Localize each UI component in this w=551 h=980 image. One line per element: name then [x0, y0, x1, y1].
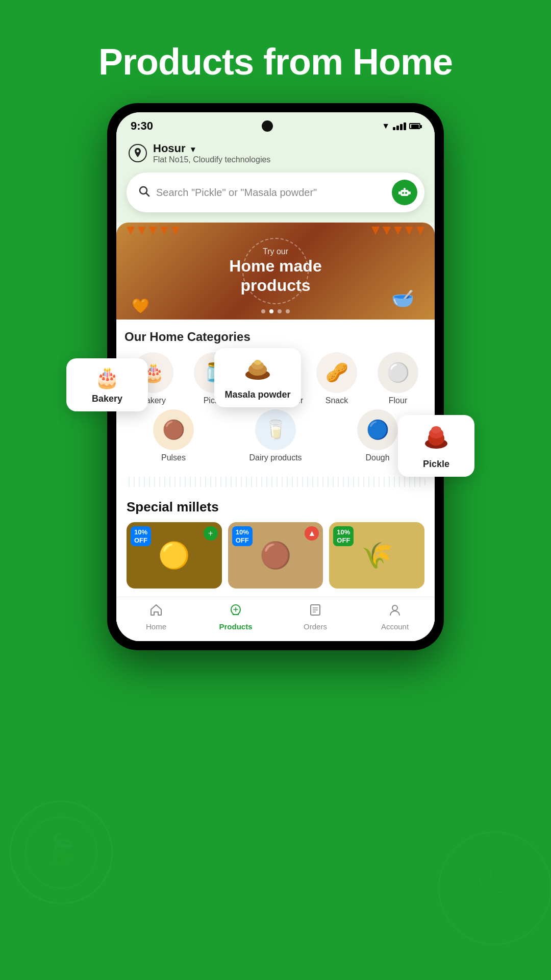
nav-label-orders: Orders — [304, 622, 327, 631]
nav-label-products: Products — [219, 622, 252, 631]
svg-rect-12 — [409, 191, 411, 194]
search-icon — [138, 185, 150, 200]
page-title: Products from Home — [20, 41, 531, 83]
millets-section: Special millets 🟡 10%OFF + 🟤 10%OFF ▲ — [116, 491, 435, 597]
category-item-pulses[interactable]: 🟤 Pulses — [145, 409, 202, 462]
banner-flags — [116, 227, 435, 235]
svg-text:🌿: 🌿 — [473, 863, 518, 905]
banner-inner: Try our Home madeproducts 🥣 🧡 — [116, 223, 435, 320]
svg-point-0 — [10, 801, 112, 903]
wifi-icon: ▼ — [382, 121, 390, 131]
float-pickle-img — [421, 422, 452, 455]
ai-bot-button[interactable] — [392, 180, 417, 205]
search-input[interactable]: Search "Pickle" or "Masala powder" — [156, 187, 392, 199]
millets-title: Special millets — [127, 499, 424, 515]
category-label-dairy: Dairy products — [249, 453, 302, 462]
category-item-snack[interactable]: 🥜 Snack — [309, 352, 365, 405]
float-card-pickle[interactable]: Pickle — [398, 415, 474, 477]
float-bakery-label: Bakery — [92, 394, 122, 404]
banner-text: Try our Home madeproducts — [229, 247, 321, 296]
svg-text:🍃: 🍃 — [42, 831, 81, 868]
category-item-flour[interactable]: ⚪ Flour — [370, 352, 426, 405]
millet-card-1[interactable]: 🟡 10%OFF + — [127, 522, 222, 589]
category-label-pulses: Pulses — [161, 453, 186, 462]
nav-label-account: Account — [381, 622, 409, 631]
nav-item-orders[interactable]: Orders — [295, 603, 336, 631]
svg-point-3 — [439, 832, 551, 944]
float-card-masala[interactable]: Masala powder — [214, 348, 301, 407]
category-label-dough: Dough — [365, 453, 389, 462]
svg-point-24 — [254, 360, 261, 365]
category-img-snack: 🥜 — [316, 352, 357, 393]
orders-icon — [309, 603, 322, 620]
phone-frame: 9:30 ▼ — [107, 103, 444, 650]
nav-item-home[interactable]: Home — [136, 603, 177, 631]
category-img-flour: ⚪ — [378, 352, 418, 393]
status-icons: ▼ — [382, 121, 420, 131]
svg-rect-11 — [398, 191, 400, 194]
float-bakery-img: 🎂 — [94, 365, 120, 389]
banner-dot-active — [269, 309, 273, 313]
float-card-bakery[interactable]: 🎂 Bakery — [66, 358, 148, 411]
millet-badge-3: 10%OFF — [333, 526, 354, 546]
page-header: Products from Home — [0, 0, 551, 103]
banner-dots — [261, 309, 290, 313]
bottom-nav: Home Products — [116, 597, 435, 641]
banner-dot — [278, 309, 282, 313]
home-icon — [149, 603, 163, 620]
location-text: Hosur ▾ Flat No15, Cloudify technologies — [153, 142, 270, 164]
nav-item-products[interactable]: Products — [215, 603, 256, 631]
signal-icon — [393, 122, 406, 130]
camera-notch — [262, 120, 273, 132]
nav-item-account[interactable]: Account — [374, 603, 415, 631]
status-time: 9:30 — [131, 119, 153, 133]
search-bar[interactable]: Search "Pickle" or "Masala powder" — [127, 173, 424, 212]
svg-rect-7 — [400, 190, 409, 196]
category-label-snack: Snack — [325, 396, 348, 405]
banner-dot — [261, 309, 265, 313]
location-bar[interactable]: Hosur ▾ Flat No15, Cloudify technologies — [116, 137, 435, 173]
svg-point-1 — [26, 817, 97, 888]
nav-label-home: Home — [146, 622, 166, 631]
products-icon — [229, 603, 242, 620]
category-img-pulses: 🟤 — [153, 409, 194, 450]
battery-icon — [409, 123, 420, 129]
phone-wrapper: 9:30 ▼ — [0, 103, 551, 650]
app-content: Try our Home madeproducts 🥣 🧡 — [116, 223, 435, 641]
banner-main-text: Home madeproducts — [229, 256, 321, 296]
millet-badge-1: 10%OFF — [131, 526, 151, 546]
millet-badge-2: 10%OFF — [232, 526, 253, 546]
millet-card-2[interactable]: 🟤 10%OFF ▲ — [228, 522, 323, 589]
banner-try-text: Try our — [229, 247, 321, 256]
float-pickle-label: Pickle — [423, 459, 449, 470]
category-item-dairy[interactable]: 🥛 Dairy products — [247, 409, 304, 462]
svg-rect-10 — [404, 188, 406, 190]
svg-line-6 — [146, 193, 149, 197]
banner-section: Try our Home madeproducts 🥣 🧡 — [116, 223, 435, 320]
float-masala-img — [242, 355, 273, 385]
location-address: Flat No15, Cloudify technologies — [153, 155, 270, 164]
category-item-dough[interactable]: 🔵 Dough — [349, 409, 406, 462]
svg-point-28 — [431, 426, 441, 433]
location-icon — [129, 144, 147, 162]
categories-title: Our Home Categories — [124, 330, 427, 344]
account-icon — [388, 603, 402, 620]
search-section: Search "Pickle" or "Masala powder" — [116, 173, 435, 223]
status-bar: 9:30 ▼ — [116, 112, 435, 137]
chevron-down-icon: ▾ — [191, 145, 195, 154]
svg-point-20 — [392, 605, 397, 610]
millet-card-3[interactable]: 🌾 10%OFF — [329, 522, 424, 589]
category-img-dough: 🔵 — [357, 409, 398, 450]
millets-grid: 🟡 10%OFF + 🟤 10%OFF ▲ 🌾 1 — [127, 522, 424, 589]
banner-dot — [286, 309, 290, 313]
millet-add-btn-1[interactable]: + — [204, 526, 218, 541]
svg-point-8 — [402, 192, 404, 194]
category-label-flour: Flour — [389, 396, 407, 405]
svg-point-9 — [405, 192, 407, 194]
category-img-dairy: 🥛 — [255, 409, 296, 450]
wave-divider — [124, 477, 427, 487]
city-name: Hosur ▾ — [153, 142, 270, 155]
float-masala-label: Masala powder — [224, 389, 290, 400]
